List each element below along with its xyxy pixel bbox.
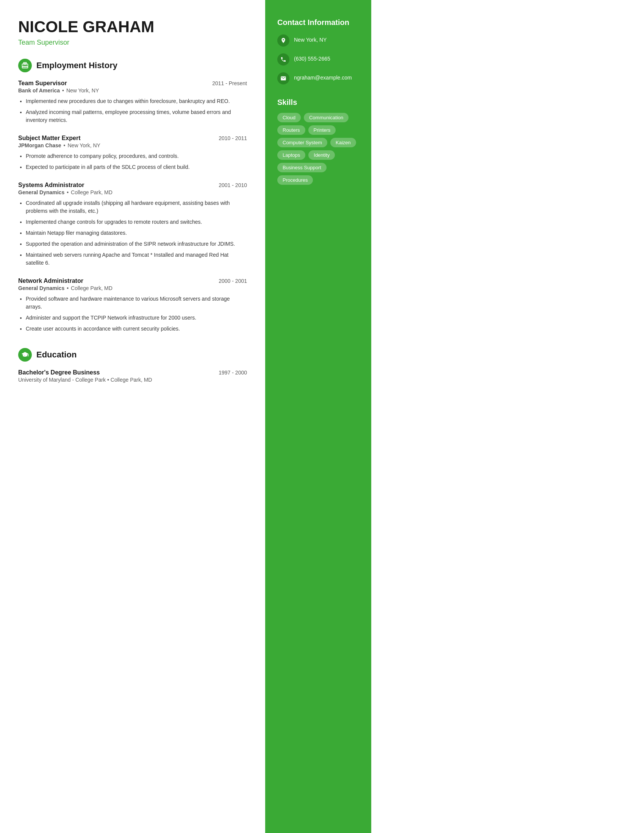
job-bullets: Coordinated all upgrade installs (shippi… — [18, 199, 247, 267]
employment-section-title: Employment History — [36, 61, 118, 71]
job-title: Network Administrator — [18, 278, 83, 285]
job-header: Subject Matter Expert2010 - 2011 — [18, 135, 247, 142]
job-bullet: Create user accounts in accordance with … — [26, 325, 247, 333]
job-title: Subject Matter Expert — [18, 135, 80, 142]
job-bullets: Implemented new procedures due to change… — [18, 97, 247, 124]
edu-degree: Bachelor's Degree Business — [18, 369, 100, 376]
location-icon — [277, 34, 290, 47]
job-header: Network Administrator2000 - 2001 — [18, 278, 247, 285]
job-bullet: Administer and support the TCPIP Network… — [26, 314, 247, 322]
main-content: NICOLE GRAHAM Team Supervisor Employment… — [0, 0, 265, 833]
job-bullet: Analyzed incoming mail patterns, employe… — [26, 108, 247, 124]
job-bullet: Coordinated all upgrade installs (shippi… — [26, 199, 247, 215]
skill-tag: Kaizen — [330, 138, 356, 147]
education-icon — [18, 348, 32, 362]
job-company: Bank of America•New York, NY — [18, 87, 247, 93]
skill-tag: Cloud — [277, 113, 301, 122]
job-bullet: Expected to participate in all parts of … — [26, 163, 247, 171]
education-list: Bachelor's Degree Business1997 - 2000Uni… — [18, 369, 247, 383]
skill-tag: Communication — [304, 113, 349, 122]
sidebar: Contact Information New York, NY (630) 5… — [265, 0, 371, 833]
job-bullet: Maintain Netapp filer managing datastore… — [26, 229, 247, 237]
job-header: Team Supervisor2011 - Present — [18, 80, 247, 87]
job-bullet: Provided software and hardware maintenan… — [26, 295, 247, 311]
job-bullets: Promote adherence to company policy, pro… — [18, 152, 247, 171]
employment-list: Team Supervisor2011 - PresentBank of Ame… — [18, 80, 247, 333]
job-title: Team Supervisor — [18, 80, 67, 87]
job-dates: 2010 - 2011 — [219, 135, 247, 141]
employment-section-header: Employment History — [18, 59, 247, 72]
job-title: Systems Administrator — [18, 182, 84, 188]
edu-school: University of Maryland - College Park • … — [18, 377, 247, 383]
skill-tag: Procedures — [277, 175, 313, 185]
job-entry: Systems Administrator2001 - 2010General … — [18, 182, 247, 267]
job-bullet: Maintained web servers running Apache an… — [26, 251, 247, 267]
job-bullet: Supported the operation and administrati… — [26, 240, 247, 248]
contact-location: New York, NY — [277, 34, 359, 47]
contact-phone-text: (630) 555-2665 — [294, 53, 330, 63]
job-bullet: Implemented change controls for upgrades… — [26, 218, 247, 226]
skill-tag: Business Support — [277, 163, 327, 172]
skill-tag: Computer System — [277, 138, 327, 147]
job-entry: Team Supervisor2011 - PresentBank of Ame… — [18, 80, 247, 124]
employment-icon — [18, 59, 32, 72]
job-dates: 2001 - 2010 — [219, 182, 247, 188]
job-header: Systems Administrator2001 - 2010 — [18, 182, 247, 188]
job-bullets: Provided software and hardware maintenan… — [18, 295, 247, 333]
contact-section-title: Contact Information — [277, 18, 359, 27]
skill-tag: Identity — [308, 150, 335, 160]
job-company: General Dynamics•College Park, MD — [18, 189, 247, 195]
skill-tag: Laptops — [277, 150, 305, 160]
job-dates: 2011 - Present — [212, 80, 247, 86]
job-bullet: Promote adherence to company policy, pro… — [26, 152, 247, 160]
person-title: Team Supervisor — [18, 39, 247, 47]
contact-email-text: ngraham@example.com — [294, 72, 352, 82]
job-bullet: Implemented new procedures due to change… — [26, 97, 247, 105]
email-icon — [277, 72, 290, 84]
skill-tag: Printers — [308, 125, 336, 135]
skills-tags-container: CloudCommunicationRoutersPrintersCompute… — [277, 113, 359, 185]
job-entry: Subject Matter Expert2010 - 2011JPMorgan… — [18, 135, 247, 171]
person-name: NICOLE GRAHAM — [18, 18, 247, 35]
contact-phone: (630) 555-2665 — [277, 53, 359, 66]
education-section-title: Education — [36, 350, 77, 360]
job-entry: Network Administrator2000 - 2001General … — [18, 278, 247, 333]
contact-email: ngraham@example.com — [277, 72, 359, 84]
job-dates: 2000 - 2001 — [219, 278, 247, 284]
edu-dates: 1997 - 2000 — [219, 370, 247, 376]
edu-header: Bachelor's Degree Business1997 - 2000 — [18, 369, 247, 376]
skills-section-title: Skills — [277, 98, 359, 107]
education-section-header: Education — [18, 348, 247, 362]
contact-location-text: New York, NY — [294, 34, 327, 44]
skill-tag: Routers — [277, 125, 305, 135]
skills-section: Skills CloudCommunicationRoutersPrinters… — [277, 98, 359, 185]
job-company: General Dynamics•College Park, MD — [18, 285, 247, 291]
edu-entry: Bachelor's Degree Business1997 - 2000Uni… — [18, 369, 247, 383]
job-company: JPMorgan Chase•New York, NY — [18, 142, 247, 148]
phone-icon — [277, 53, 290, 66]
